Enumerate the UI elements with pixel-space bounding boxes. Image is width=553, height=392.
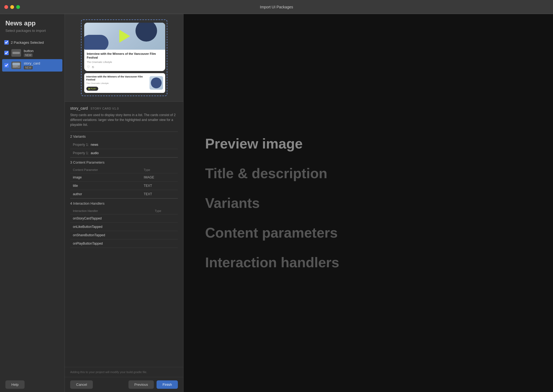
- handler-row-share-tapped: onShareButtonTapped: [70, 231, 178, 239]
- content-param-col-header: Content Parameter: [70, 167, 141, 173]
- play-button-small[interactable]: ▶ PLAY: [86, 87, 98, 91]
- variant-value-2: audio: [91, 151, 99, 155]
- right-panel-content-parameters: Content parameters: [205, 225, 531, 241]
- handler-story-tapped-type: [152, 214, 178, 222]
- variant-row-2: Property 1: audio: [70, 149, 178, 157]
- handler-row-play-tapped: onPlayButtonTapped: [70, 239, 178, 248]
- content-param-row-image: image IMAGE: [70, 173, 178, 181]
- minimize-button[interactable]: [10, 5, 14, 9]
- story-card-large-image: [84, 23, 165, 50]
- handler-row-like-tapped: onLikeButtonTapped: [70, 222, 178, 231]
- content-param-author-type: TEXT: [141, 190, 178, 198]
- story-card-icon: [11, 62, 21, 69]
- close-button[interactable]: [4, 5, 8, 9]
- story-card-large-title: Interview with the Winners of the Vancou…: [87, 52, 162, 60]
- window-title: Import UI Packages: [260, 5, 293, 9]
- right-panel-interaction-handlers: Interaction handlers: [205, 254, 531, 271]
- share-icon[interactable]: ⎋: [92, 65, 94, 69]
- all-packages-checkbox[interactable]: [4, 40, 9, 45]
- svg-rect-3: [13, 66, 18, 66]
- packages-section-header: 2 Packages Selected: [0, 38, 65, 47]
- svg-rect-4: [13, 67, 16, 67]
- help-button[interactable]: Help: [5, 380, 25, 389]
- sidebar-subtitle: Select packages to import: [0, 29, 65, 38]
- variant-prop-1: Property 1:: [73, 143, 89, 147]
- content-param-image-type: IMAGE: [141, 173, 178, 181]
- handler-like-tapped-name: onLikeButtonTapped: [70, 222, 152, 231]
- thumb-shape: [151, 77, 162, 88]
- story-card-large-author: The Cinematic Lifestyle: [87, 61, 162, 63]
- story-card-small: Interview with the Winners of the Vancou…: [84, 73, 165, 93]
- sidebar-item-button[interactable]: button NEW: [0, 47, 65, 59]
- main-layout: News app Select packages to import 2 Pac…: [0, 14, 553, 392]
- right-panel-variants: Variants: [205, 195, 531, 211]
- image-shape-1: [135, 23, 157, 42]
- right-panel-title-description: Title & description: [205, 165, 531, 181]
- right-panel-preview-image: Preview image: [205, 136, 531, 152]
- titlebar: Import UI Packages: [0, 0, 553, 14]
- variant-value-1: news: [91, 143, 98, 147]
- content-params-label: 3 Content Parameters: [70, 157, 178, 167]
- story-card-item-badge: NEW: [24, 66, 33, 69]
- bottom-buttons: Help Cancel Previous Finish: [65, 377, 183, 392]
- content-param-title-name: title: [70, 181, 141, 190]
- content-param-image-name: image: [70, 173, 141, 181]
- variant-prop-2: Property 1:: [73, 151, 89, 155]
- maximize-button[interactable]: [16, 5, 20, 9]
- bottom-right-buttons: Previous Finish: [128, 380, 178, 389]
- handler-share-tapped-name: onShareButtonTapped: [70, 231, 152, 239]
- button-item-badge: NEW: [24, 53, 33, 57]
- details-section: story_card STORY CARD V1.0 Story cards a…: [65, 102, 183, 367]
- right-panel: Preview image Title & description Varian…: [184, 14, 553, 392]
- interaction-handler-type-header: Type: [152, 208, 178, 214]
- image-shape-2: [84, 35, 108, 50]
- like-icon[interactable]: ♡: [87, 65, 90, 69]
- center-panel: Interview with the Winners of the Vancou…: [65, 14, 184, 392]
- app-title: News app: [0, 19, 65, 29]
- handler-share-tapped-type: [152, 231, 178, 239]
- sidebar: News app Select packages to import 2 Pac…: [0, 14, 65, 392]
- finish-button[interactable]: Finish: [157, 380, 178, 389]
- svg-rect-2: [12, 63, 20, 65]
- content-param-row-author: author TEXT: [70, 190, 178, 198]
- variants-label: 2 Variants: [70, 131, 178, 141]
- button-item-info: button NEW: [24, 49, 33, 57]
- content-param-author-name: author: [70, 190, 141, 198]
- handler-story-tapped-name: onStoryCardTapped: [70, 214, 152, 222]
- preview-card-container: Interview with the Winners of the Vancou…: [81, 19, 167, 96]
- buttons-wrapper: Help Cancel Previous Finish: [70, 380, 178, 389]
- button-item-name: button: [24, 49, 33, 53]
- cancel-button[interactable]: Cancel: [70, 380, 93, 389]
- handler-play-tapped-name: onPlayButtonTapped: [70, 239, 152, 248]
- window-controls[interactable]: [4, 5, 20, 9]
- content-params-table: Content Parameter Type image IMAGE title…: [70, 167, 178, 198]
- sidebar-item-story-card[interactable]: story_card NEW: [2, 59, 62, 72]
- svg-rect-0: [12, 52, 20, 54]
- preview-area: Interview with the Winners of the Vancou…: [65, 14, 183, 102]
- button-icon: [11, 49, 21, 57]
- variant-row-1: Property 1: news: [70, 141, 178, 149]
- play-triangle: [119, 30, 130, 43]
- handler-play-tapped-type: [152, 239, 178, 248]
- footer-note: Adding this to your project will modify …: [65, 367, 183, 377]
- component-name: story_card: [70, 106, 88, 110]
- handler-like-tapped-type: [152, 222, 178, 231]
- interaction-handlers-label: 4 Interaction Handlers: [70, 198, 178, 208]
- version-label: STORY CARD V1.0: [90, 107, 119, 110]
- interaction-handlers-table: Interaction Handler Type onStoryCardTapp…: [70, 208, 178, 248]
- story-card-small-author: The Cinematic Lifestyle: [86, 82, 147, 85]
- content-param-title-type: TEXT: [141, 181, 178, 190]
- story-card-checkbox[interactable]: [4, 63, 9, 67]
- story-card-large-body: Interview with the Winners of the Vancou…: [84, 50, 165, 71]
- packages-count-label: 2 Packages Selected: [11, 40, 44, 45]
- details-header: story_card STORY CARD V1.0: [70, 106, 178, 110]
- story-card-item-info: story_card NEW: [24, 61, 40, 69]
- details-description: Story cards are used to display story it…: [70, 113, 178, 127]
- previous-button[interactable]: Previous: [128, 380, 154, 389]
- story-card-small-text: Interview with the Winners of the Vancou…: [86, 75, 147, 91]
- content-param-row-title: title TEXT: [70, 181, 178, 190]
- story-card-large-actions: ♡ ⎋: [87, 65, 162, 69]
- button-checkbox[interactable]: [4, 51, 9, 55]
- story-card-small-title: Interview with the Winners of the Vancou…: [86, 75, 147, 82]
- interaction-handler-col-header: Interaction Handler: [70, 208, 152, 214]
